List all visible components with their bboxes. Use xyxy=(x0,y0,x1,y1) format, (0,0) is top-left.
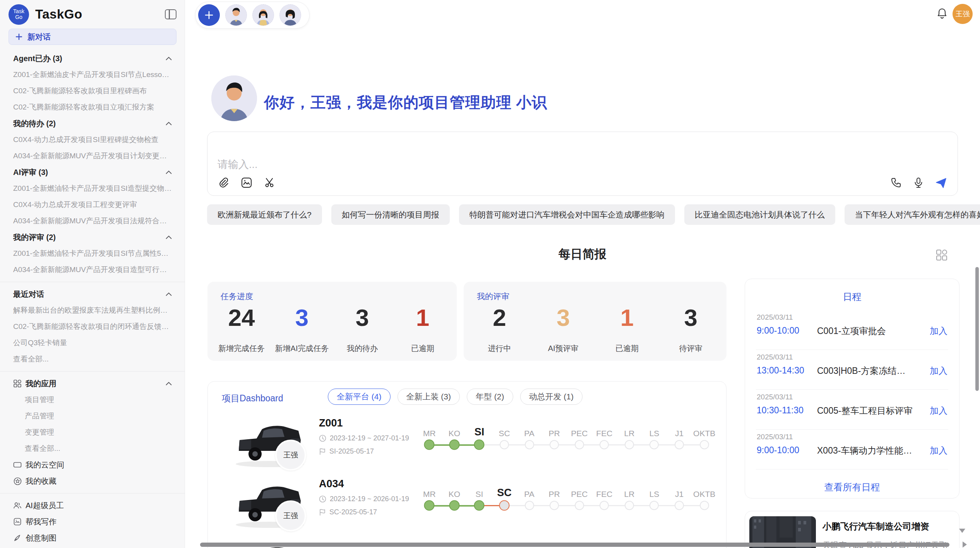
chevron-up-icon xyxy=(166,292,172,296)
suggestion-chip[interactable]: 比亚迪全固态电池计划具体说了什么 xyxy=(684,204,835,225)
assistant-avatar-2[interactable] xyxy=(252,4,274,26)
user-name: 王强 xyxy=(956,9,970,19)
composer-left-tools xyxy=(218,177,276,189)
attach-icon[interactable] xyxy=(218,177,230,189)
image-icon[interactable] xyxy=(241,177,253,189)
horizontal-scrollbar[interactable] xyxy=(200,543,949,547)
app-window: Task Go TaskGo 新对话 Agent已办 (3) Z001-全新燃油… xyxy=(0,0,980,548)
sidebar-item[interactable]: C0X4-动力总成开发项目SI里程碑提交物检查 xyxy=(0,132,185,148)
join-link[interactable]: 加入 xyxy=(930,445,947,457)
view-all-schedule-link[interactable]: 查看所有日程 xyxy=(745,481,959,493)
sidebar-item[interactable]: C02-飞腾新能源轻客改款项目里程碑画布 xyxy=(0,83,185,99)
join-link[interactable]: 加入 xyxy=(930,365,947,377)
chat-input-box[interactable]: 请输入... xyxy=(207,132,958,196)
scissors-icon[interactable] xyxy=(264,177,276,189)
sidebar-item-help-write[interactable]: 帮我写作 xyxy=(0,514,185,530)
schedule-event: 2025/03/11 10:30-11:30 C005-整车工程目标评审 加入 xyxy=(756,393,948,430)
milestone-dot xyxy=(567,500,592,511)
project-flag-milestone: SC-2025-05-17 xyxy=(319,508,377,516)
milestone-dot xyxy=(642,439,667,450)
tab-year-model[interactable]: 年型 (2) xyxy=(467,389,513,405)
app-item-project-mgmt[interactable]: 项目管理 xyxy=(0,392,185,408)
sidebar-item[interactable]: Z001-全新燃油皮卡产品开发项目SI节点Lesson Learn报告 xyxy=(0,67,185,83)
stat: 3AI预评审 xyxy=(531,304,595,354)
milestone-label: SI xyxy=(467,490,492,498)
section-header-recent-chats[interactable]: 最近对话 xyxy=(0,286,185,302)
join-link[interactable]: 加入 xyxy=(930,405,947,417)
suggestion-chip[interactable]: 当下年轻人对汽车外观有怎样的喜好趋势 xyxy=(845,204,980,225)
vertical-scrollbar[interactable] xyxy=(975,267,979,391)
divider xyxy=(0,493,185,493)
event-time: 10:30-11:30 xyxy=(757,405,804,416)
send-icon[interactable] xyxy=(935,177,947,189)
recent-chat-item[interactable]: 解释最新出台的欧盟报废车法规再生塑料比例被调至15%... xyxy=(0,302,185,319)
recent-view-all[interactable]: 查看全部... xyxy=(0,351,185,367)
section-header-agent-done[interactable]: Agent已办 (3) xyxy=(0,50,185,67)
sidebar-item[interactable]: Z001-全新燃油轻卡产品开发项目SI节点属性5D文件评审 xyxy=(0,245,185,262)
sidebar-item[interactable]: Z001-全新燃油轻卡产品开发项目SI造型提交物评审 xyxy=(0,180,185,197)
project-row[interactable]: 王强 Z001 2023-12-19 ~ 2027-01-19 SI-2025-… xyxy=(208,416,727,474)
section-header-my-todo[interactable]: 我的待办 (2) xyxy=(0,115,185,132)
plus-icon xyxy=(15,33,23,41)
sidebar-item-ai-staff[interactable]: AI超级员工 xyxy=(0,497,185,514)
recent-chat-item[interactable]: C02-飞腾新能源轻客改款项目的闭环通告反馈情况 xyxy=(0,319,185,335)
sidebar-item-cloud-space[interactable]: 我的云空间 xyxy=(0,457,185,473)
app-item-change-mgmt[interactable]: 变更管理 xyxy=(0,424,185,440)
sidebar-item[interactable]: C02-飞腾新能源轻客改款项目立项汇报方案 xyxy=(0,99,185,115)
sidebar-item[interactable]: A034-全新新能源MUV产品开发项目造型可行性评审 xyxy=(0,262,185,278)
app-item-product-mgmt[interactable]: 产品管理 xyxy=(0,408,185,424)
recent-chat-item[interactable]: 公司Q3轻卡销量 xyxy=(0,335,185,351)
assistant-avatar-1[interactable] xyxy=(225,4,247,26)
chevron-up-icon xyxy=(166,382,172,385)
event-title: C001-立项审批会 xyxy=(817,325,886,337)
layout-grid-icon[interactable] xyxy=(936,249,948,262)
chat-input-placeholder: 请输入... xyxy=(218,158,258,171)
section-header-my-apps[interactable]: 我的应用 xyxy=(0,375,185,392)
stat: 3待评审 xyxy=(659,304,723,354)
sidebar-item[interactable]: A034-全新新能源MUV产品开发项目法规符合性评审 xyxy=(0,213,185,229)
project-dashboard-card: 项目Dashboard 全新平台 (4) 全新上装 (3) 年型 (2) 动总开… xyxy=(207,381,726,548)
sidebar: Task Go TaskGo 新对话 Agent已办 (3) Z001-全新燃油… xyxy=(0,0,185,548)
event-title: C003|H0B-方案冻结评审 xyxy=(817,365,914,377)
assistant-avatar-3[interactable] xyxy=(279,4,301,26)
sidebar-item-favorites[interactable]: 我的收藏 xyxy=(0,473,185,489)
scroll-right-arrow-icon[interactable] xyxy=(963,541,967,548)
project-dates: 2023-12-19 ~ 2027-01-19 xyxy=(319,434,409,442)
section-header-my-review[interactable]: 我的评审 (2) xyxy=(0,229,185,245)
logo-line-2: Go xyxy=(15,14,22,20)
schedule-card: 日程 2025/03/11 9:00-10:00 C001-立项审批会 加入 2… xyxy=(745,279,959,498)
user-avatar[interactable]: 王强 xyxy=(953,4,973,24)
milestone-dot xyxy=(592,500,617,511)
schedule-event: 2025/03/11 9:00-10:00 C001-立项审批会 加入 xyxy=(756,313,948,350)
milestone-label: MR xyxy=(417,429,442,437)
milestone-dot xyxy=(617,439,642,450)
event-date: 2025/03/11 xyxy=(757,433,793,441)
stat: 3新增AI完成任务 xyxy=(272,304,332,354)
sidebar-item[interactable]: C0X4-动力总成开发项目工程变更评审 xyxy=(0,197,185,213)
milestone-label: PR xyxy=(542,490,567,498)
notifications-bell-icon[interactable] xyxy=(936,7,949,20)
phone-icon[interactable] xyxy=(890,177,903,189)
tab-powertrain[interactable]: 动总开发 (1) xyxy=(520,389,583,405)
join-link[interactable]: 加入 xyxy=(930,325,947,337)
scroll-down-arrow-icon[interactable] xyxy=(959,529,965,533)
suggestion-chip[interactable]: 如何写一份清晰的项目周报 xyxy=(331,204,450,225)
sidebar-item-creative-draw[interactable]: 创意制图 xyxy=(0,530,185,546)
milestone-dot xyxy=(542,500,567,511)
sidebar-item[interactable]: A034-全新新能源MUV产品开发项目计划变更类编写 xyxy=(0,148,185,164)
project-owner-badge: 王强 xyxy=(275,500,306,531)
milestone-dot xyxy=(442,500,467,511)
add-assistant-button[interactable] xyxy=(198,4,220,26)
dashboard-title: 项目Dashboard xyxy=(222,392,283,404)
suggestion-chip[interactable]: 特朗普可能对进口汽车增税会对中国车企造成哪些影响 xyxy=(459,204,675,225)
sidebar-collapse-icon[interactable] xyxy=(165,9,176,19)
suggestion-chip[interactable]: 欧洲新规最近颁布了什么? xyxy=(207,204,322,225)
tab-new-body[interactable]: 全新上装 (3) xyxy=(397,389,460,405)
mic-icon[interactable] xyxy=(913,177,925,189)
new-chat-button[interactable]: 新对话 xyxy=(9,29,176,45)
section-header-ai-review[interactable]: AI评审 (3) xyxy=(0,164,185,180)
milestone-dot xyxy=(417,500,442,511)
project-row[interactable]: 王强 A034 2023-12-19 ~ 2026-01-19 SC-2025-… xyxy=(208,476,727,534)
apps-view-all[interactable]: 查看全部... xyxy=(0,440,185,457)
tab-new-platform[interactable]: 全新平台 (4) xyxy=(328,389,391,405)
